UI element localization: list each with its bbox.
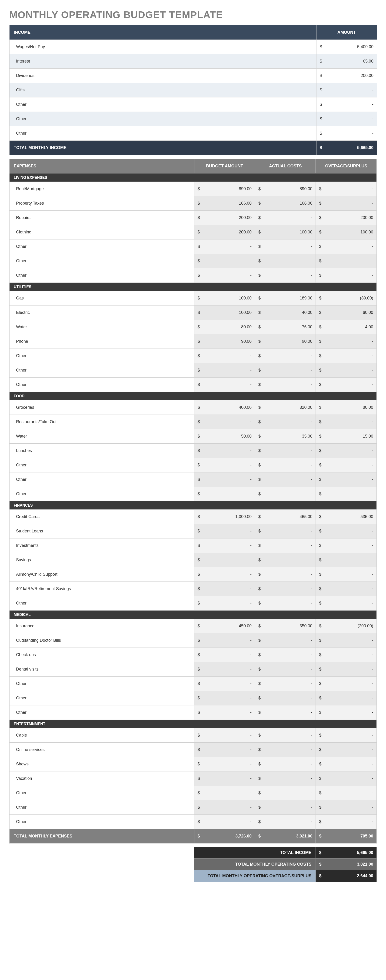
expense-budget-cell[interactable]: $- [194,676,255,691]
expense-budget-cell[interactable]: $- [194,444,255,458]
expense-budget-cell[interactable]: $50.00 [194,429,255,444]
expense-actual-cell[interactable]: $- [255,473,316,487]
expense-row-label: Electric [10,305,194,320]
expense-actual-cell[interactable]: $- [255,676,316,691]
expense-budget-cell[interactable]: $890.00 [194,182,255,196]
expense-overage-cell: $- [316,524,377,538]
expense-actual-cell[interactable]: $890.00 [255,182,316,196]
expense-actual-cell[interactable]: $- [255,553,316,567]
expense-budget-cell[interactable]: $- [194,662,255,676]
income-row-amount[interactable]: $- [316,112,377,126]
expense-actual-cell[interactable]: $- [255,487,316,501]
expense-actual-cell[interactable]: $- [255,239,316,254]
expense-actual-cell[interactable]: $- [255,524,316,538]
expense-actual-cell[interactable]: $- [255,254,316,268]
expense-actual-cell[interactable]: $- [255,378,316,392]
expense-row: Vacation$-$-$- [10,772,377,786]
expense-overage-cell: $- [316,268,377,283]
expense-budget-cell[interactable]: $- [194,582,255,596]
expense-budget-cell[interactable]: $- [194,705,255,720]
expense-budget-cell[interactable]: $- [194,254,255,268]
expense-actual-cell[interactable]: $- [255,415,316,429]
expense-budget-cell[interactable]: $1,000.00 [194,510,255,524]
expenses-total-actual: $3,021.00 [255,829,316,843]
expense-actual-cell[interactable]: $- [255,772,316,786]
expense-actual-cell[interactable]: $- [255,757,316,772]
expense-budget-cell[interactable]: $- [194,786,255,800]
expense-budget-cell[interactable]: $- [194,728,255,743]
expense-budget-cell[interactable]: $- [194,691,255,705]
expense-budget-cell[interactable]: $166.00 [194,196,255,211]
expense-budget-cell[interactable]: $- [194,800,255,815]
expense-budget-cell[interactable]: $- [194,363,255,378]
expense-actual-cell[interactable]: $- [255,538,316,553]
expense-budget-cell[interactable]: $- [194,772,255,786]
expense-budget-cell[interactable]: $- [194,553,255,567]
expense-budget-cell[interactable]: $- [194,596,255,611]
expense-budget-cell[interactable]: $200.00 [194,225,255,239]
expense-budget-cell[interactable]: $- [194,458,255,473]
expense-budget-cell[interactable]: $- [194,538,255,553]
income-row-amount[interactable]: $- [316,97,377,112]
expense-budget-cell[interactable]: $100.00 [194,305,255,320]
expense-actual-cell[interactable]: $- [255,444,316,458]
expense-budget-cell[interactable]: $- [194,648,255,662]
expense-row: Other$-$-$- [10,596,377,611]
expense-actual-cell[interactable]: $- [255,211,316,225]
expense-actual-cell[interactable]: $- [255,458,316,473]
expense-actual-cell[interactable]: $- [255,567,316,582]
expense-actual-cell[interactable]: $- [255,582,316,596]
expense-actual-cell[interactable]: $- [255,363,316,378]
expense-actual-cell[interactable]: $76.00 [255,320,316,334]
expense-actual-cell[interactable]: $320.00 [255,400,316,415]
expense-budget-cell[interactable]: $- [194,349,255,363]
expense-actual-cell[interactable]: $189.00 [255,291,316,305]
expense-budget-cell[interactable]: $- [194,567,255,582]
expense-actual-cell[interactable]: $- [255,648,316,662]
expense-budget-cell[interactable]: $- [194,473,255,487]
expense-actual-cell[interactable]: $166.00 [255,196,316,211]
income-row-amount[interactable]: $5,400.00 [316,40,377,54]
expense-actual-cell[interactable]: $- [255,268,316,283]
income-total-amount: $5,665.00 [316,141,377,155]
income-row-amount[interactable]: $65.00 [316,54,377,68]
expense-row-label: Lunches [10,444,194,458]
expense-budget-cell[interactable]: $- [194,743,255,757]
expense-actual-cell[interactable]: $- [255,633,316,648]
expense-actual-cell[interactable]: $- [255,662,316,676]
income-row-amount[interactable]: $- [316,83,377,97]
expense-actual-cell[interactable]: $- [255,691,316,705]
expense-budget-cell[interactable]: $450.00 [194,619,255,633]
expense-actual-cell[interactable]: $- [255,786,316,800]
expense-budget-cell[interactable]: $- [194,415,255,429]
expense-budget-cell[interactable]: $- [194,268,255,283]
expense-budget-cell[interactable]: $100.00 [194,291,255,305]
expense-budget-cell[interactable]: $- [194,757,255,772]
expense-actual-cell[interactable]: $40.00 [255,305,316,320]
expense-budget-cell[interactable]: $- [194,633,255,648]
expense-actual-cell[interactable]: $- [255,728,316,743]
expense-budget-cell[interactable]: $90.00 [194,334,255,349]
expense-budget-cell[interactable]: $- [194,487,255,501]
expense-actual-cell[interactable]: $35.00 [255,429,316,444]
expense-actual-cell[interactable]: $- [255,596,316,611]
expense-actual-cell[interactable]: $- [255,705,316,720]
income-row-amount[interactable]: $- [316,126,377,141]
expense-budget-cell[interactable]: $400.00 [194,400,255,415]
expense-actual-cell[interactable]: $90.00 [255,334,316,349]
expense-actual-cell[interactable]: $650.00 [255,619,316,633]
income-row-amount[interactable]: $200.00 [316,68,377,83]
expense-budget-cell[interactable]: $80.00 [194,320,255,334]
expense-actual-cell[interactable]: $- [255,815,316,829]
expense-actual-cell[interactable]: $- [255,743,316,757]
expense-actual-cell[interactable]: $- [255,800,316,815]
expense-actual-cell[interactable]: $100.00 [255,225,316,239]
expense-actual-cell[interactable]: $- [255,349,316,363]
expense-budget-cell[interactable]: $- [194,815,255,829]
expense-category-row: ENTERTAINMENT [10,720,377,728]
expense-budget-cell[interactable]: $- [194,524,255,538]
expense-actual-cell[interactable]: $465.00 [255,510,316,524]
expense-budget-cell[interactable]: $- [194,378,255,392]
expense-budget-cell[interactable]: $200.00 [194,211,255,225]
expense-budget-cell[interactable]: $- [194,239,255,254]
